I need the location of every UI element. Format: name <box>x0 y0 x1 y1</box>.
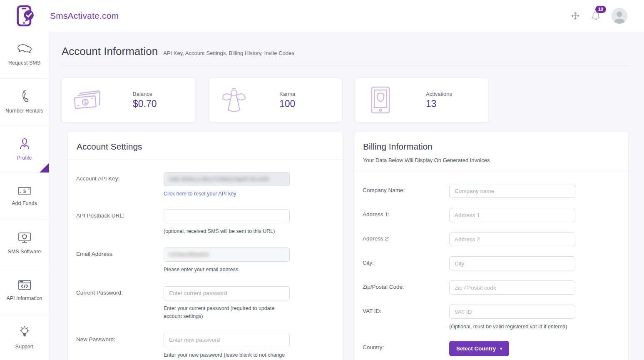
page-subtitle: API Key, Account Settings, Billing Histo… <box>163 50 294 56</box>
account-settings-panel: Account Settings Account API Key: mdkr f… <box>68 132 343 360</box>
field-label: Zip/Postal Code: <box>363 280 449 295</box>
field-label: API Postback URL: <box>76 209 164 235</box>
karma-card: Karma 100 <box>208 78 342 122</box>
email-row: Email Address: nvmbas28hwe4ivr Please en… <box>76 248 334 274</box>
field-label: Country: <box>363 341 449 356</box>
postback-url-row: API Postback URL: (optional, received SM… <box>76 209 334 235</box>
sidebar-item-label: Profile <box>17 155 32 161</box>
sidebar-item-label: API Information <box>6 295 42 302</box>
svg-text:$: $ <box>23 189 25 194</box>
billing-information-panel: Billing Information Your Data Below Will… <box>354 132 628 360</box>
field-hint: (optional, received SMS will be sent to … <box>164 228 290 235</box>
avatar[interactable] <box>612 8 627 24</box>
brand[interactable]: SmsActivate.com <box>16 5 119 27</box>
field-label: Address 2: <box>363 232 449 246</box>
smsactivate-logo-icon <box>16 5 35 27</box>
field-label: Current Password: <box>76 286 164 321</box>
address1-input[interactable] <box>449 208 575 222</box>
vat-row: VAT ID: (Optional, must be valid registe… <box>363 305 620 331</box>
reset-api-key-link[interactable]: Click here to reset your API key <box>164 191 236 197</box>
api-key-row: Account API Key: mdkr f8sktq iu d8ca 9 b… <box>76 172 334 197</box>
address1-row: Address 1: <box>363 208 620 222</box>
sidebar-item-add-funds[interactable]: $ Add Funds <box>0 173 49 220</box>
company-name-input[interactable] <box>449 184 575 198</box>
select-country-button[interactable]: Select Country ▾ <box>449 341 509 356</box>
account-settings-title: Account Settings <box>77 142 333 152</box>
page-title: Account Information <box>62 45 158 58</box>
sidebar-item-label: Support <box>15 344 34 350</box>
api-key-input[interactable]: mdkr f8sktq iu d8ca 9 b3k8sd 9puf0 tnb e… <box>164 172 290 186</box>
sidebar-item-sms-software[interactable]: SMS Software <box>0 220 49 267</box>
app: SmsActivate.com 10 <box>0 0 644 360</box>
phone-handset-icon <box>19 90 30 103</box>
stat-label: Balance <box>133 91 157 97</box>
sidebar-item-support[interactable]: Support <box>0 314 49 360</box>
stat-label: Activations <box>426 91 452 97</box>
activations-card: Activations 13 <box>355 78 489 122</box>
sidebar-item-request-sms[interactable]: Request SMS <box>0 32 49 79</box>
field-label: Address 1: <box>363 208 449 222</box>
city-input[interactable] <box>449 256 575 270</box>
field-label: VAT ID: <box>363 305 449 331</box>
chevron-down-icon: ▾ <box>500 346 502 351</box>
sidebar: Request SMS Number Rentals <box>0 32 49 360</box>
notification-badge: 10 <box>595 6 606 13</box>
stat-label: Karma <box>279 91 295 97</box>
main-content: Account Information API Key, Account Set… <box>49 32 644 360</box>
move-icon[interactable] <box>571 11 580 20</box>
field-hint: Enter your new password (leave blank to … <box>164 351 290 360</box>
person-icon <box>18 137 31 150</box>
active-corner-indicator <box>40 163 49 172</box>
sidebar-item-label: Add Funds <box>12 200 37 207</box>
new-password-input[interactable] <box>164 333 290 347</box>
brand-title: SmsActivate.com <box>50 11 119 21</box>
stat-value: 13 <box>426 98 452 110</box>
address2-row: Address 2: <box>363 232 620 246</box>
sidebar-item-profile[interactable]: Profile <box>0 126 49 173</box>
angel-icon <box>217 87 251 113</box>
current-password-input[interactable] <box>164 286 290 300</box>
stat-value: 100 <box>279 98 295 110</box>
field-label: Email Address: <box>76 248 164 274</box>
stat-value: $0.70 <box>133 98 157 110</box>
company-name-row: Company Name: <box>363 184 620 198</box>
phone-shield-icon <box>363 86 398 114</box>
chat-icon <box>17 44 32 55</box>
email-field[interactable]: nvmbas28hwe4ivr <box>164 248 290 262</box>
header-actions: 10 <box>571 8 627 24</box>
zip-row: Zip/Postal Code: <box>363 280 620 295</box>
stats-row: $ Balance $0.70 <box>62 78 628 122</box>
billing-subtitle: Your Data Below Will Display On Generate… <box>363 157 619 163</box>
sidebar-item-label: Request SMS <box>8 60 40 66</box>
new-password-row: New Password: Enter your new password (l… <box>76 333 334 360</box>
title-divider <box>62 65 628 65</box>
zip-input[interactable] <box>449 280 575 295</box>
address2-input[interactable] <box>449 232 575 246</box>
sidebar-item-api-information[interactable]: API Information <box>0 267 49 314</box>
lightbulb-icon <box>18 325 31 339</box>
vat-input[interactable] <box>449 305 575 319</box>
code-window-icon <box>17 279 32 291</box>
field-hint: Enter your current password (required to… <box>164 305 290 321</box>
field-hint: Please enter your email address <box>164 266 290 274</box>
page-head: Account Information API Key, Account Set… <box>62 45 628 58</box>
field-label: Account API Key: <box>76 172 164 197</box>
country-row: Country: Select Country ▾ <box>363 341 620 356</box>
balance-card: $ Balance $0.70 <box>62 78 196 122</box>
sidebar-item-label: Number Rentals <box>5 108 43 114</box>
postback-url-input[interactable] <box>164 209 290 223</box>
billing-title: Billing Information <box>363 142 619 152</box>
field-label: New Password: <box>76 333 164 360</box>
field-hint: (Optional, must be valid registered vat … <box>449 323 575 331</box>
top-header: SmsActivate.com 10 <box>0 0 644 32</box>
field-label: Company Name: <box>363 184 449 198</box>
sidebar-item-label: SMS Software <box>8 249 41 255</box>
monitor-shield-icon <box>17 232 32 244</box>
money-icon: $ <box>70 88 104 112</box>
field-label: City: <box>363 256 449 270</box>
sidebar-item-number-rentals[interactable]: Number Rentals <box>0 79 49 126</box>
bell-icon[interactable]: 10 <box>591 10 601 21</box>
city-row: City: <box>363 256 620 270</box>
banknote-icon: $ <box>17 186 32 196</box>
current-password-row: Current Password: Enter your current pas… <box>76 286 334 321</box>
